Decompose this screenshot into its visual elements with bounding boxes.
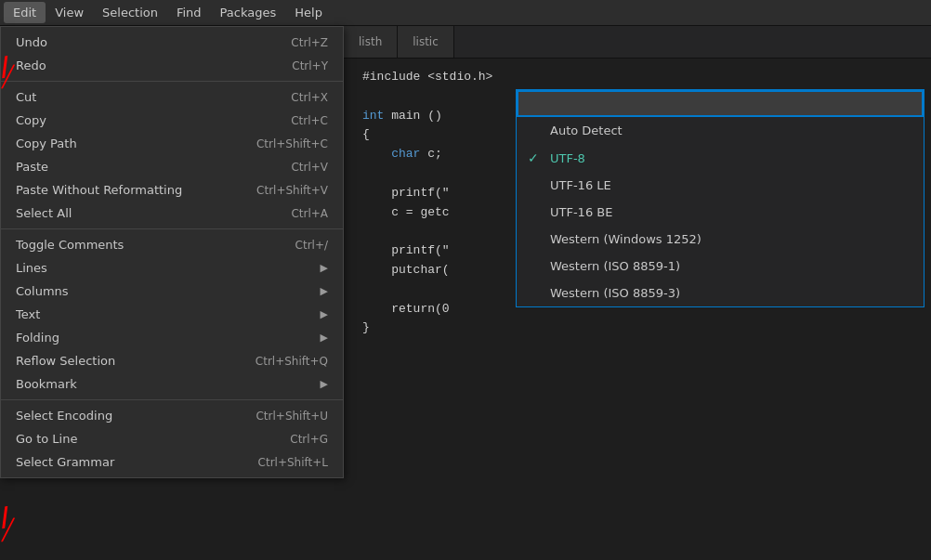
encoding-item-western-iso8859-1[interactable]: Western (ISO 8859-1) xyxy=(517,253,924,280)
menu-item-label: Toggle Comments xyxy=(16,238,124,252)
encoding-label: Western (ISO 8859-1) xyxy=(550,259,680,273)
menu-item-label: Redo xyxy=(16,59,46,72)
submenu-arrow-icon: ▶ xyxy=(321,308,328,320)
menu-item-toggle-comments[interactable]: Toggle Comments Ctrl+/ xyxy=(1,233,343,256)
encoding-item-utf8[interactable]: ✓ UTF-8 xyxy=(517,144,924,172)
menu-item-label: Cut xyxy=(16,90,36,104)
menu-item-bookmark[interactable]: Bookmark ▶ xyxy=(1,372,343,396)
code-line: #include <stdio.h> xyxy=(362,68,912,87)
check-icon: ✓ xyxy=(528,150,541,165)
menu-find[interactable]: Find xyxy=(167,2,211,23)
menu-item-undo[interactable]: Undo Ctrl+Z xyxy=(1,31,343,54)
menu-item-shortcut: Ctrl+G xyxy=(290,433,328,446)
menu-item-label: Text xyxy=(16,307,40,321)
encoding-label: UTF-16 LE xyxy=(550,178,611,192)
encoding-item-auto-detect[interactable]: Auto Detect xyxy=(517,117,924,144)
no-check-icon xyxy=(528,286,541,300)
menu-item-shortcut: Ctrl+A xyxy=(291,207,328,220)
menu-separator xyxy=(1,81,343,82)
tab-listic[interactable]: listic xyxy=(398,26,454,58)
menu-item-label: Go to Line xyxy=(16,432,77,446)
menu-item-label: Bookmark xyxy=(16,377,77,391)
edit-menu: Undo Ctrl+Z Redo Ctrl+Y Cut Ctrl+X Copy … xyxy=(0,26,344,478)
encoding-dropdown: Auto Detect ✓ UTF-8 UTF-16 LE UTF-16 BE … xyxy=(516,89,924,307)
menu-item-go-to-line[interactable]: Go to Line Ctrl+G xyxy=(1,427,343,450)
menu-selection[interactable]: Selection xyxy=(93,2,167,23)
menu-item-label: Select Grammar xyxy=(16,455,114,469)
no-check-icon xyxy=(528,124,541,137)
tab-bar: listh listic xyxy=(344,26,931,59)
menu-item-shortcut: Ctrl+Shift+U xyxy=(256,410,328,423)
menu-item-shortcut: Ctrl+Shift+Q xyxy=(256,355,328,368)
menu-item-cut[interactable]: Cut Ctrl+X xyxy=(1,85,343,109)
encoding-label: UTF-16 BE xyxy=(550,205,612,219)
menu-item-shortcut: Ctrl+Shift+L xyxy=(258,456,328,469)
menu-item-label: Copy xyxy=(16,113,46,127)
encoding-item-utf16le[interactable]: UTF-16 LE xyxy=(517,172,924,199)
menu-item-shortcut: Ctrl+V xyxy=(291,161,328,174)
menu-item-reflow-selection[interactable]: Reflow Selection Ctrl+Shift+Q xyxy=(1,349,343,372)
menu-item-select-all[interactable]: Select All Ctrl+A xyxy=(1,202,343,225)
menu-item-shortcut: Ctrl+Shift+V xyxy=(256,184,328,197)
no-check-icon xyxy=(528,178,541,192)
no-check-icon xyxy=(528,259,541,273)
menu-item-label: Lines xyxy=(16,261,47,275)
menu-item-shortcut: Ctrl+C xyxy=(291,114,328,127)
code-line: } xyxy=(362,319,912,338)
encoding-item-utf16be[interactable]: UTF-16 BE xyxy=(517,199,924,226)
menu-item-shortcut: Ctrl+Y xyxy=(292,59,328,72)
encoding-label: Western (ISO 8859-3) xyxy=(550,286,680,300)
encoding-list: Auto Detect ✓ UTF-8 UTF-16 LE UTF-16 BE … xyxy=(517,117,924,306)
menu-item-shortcut: Ctrl+/ xyxy=(295,239,328,252)
menu-item-copy-path[interactable]: Copy Path Ctrl+Shift+C xyxy=(1,132,343,155)
submenu-arrow-icon: ▶ xyxy=(321,285,328,297)
menu-item-paste[interactable]: Paste Ctrl+V xyxy=(1,155,343,178)
encoding-search-input[interactable] xyxy=(517,90,924,117)
menu-item-label: Copy Path xyxy=(16,137,77,150)
menu-item-label: Folding xyxy=(16,331,59,345)
menu-item-redo[interactable]: Redo Ctrl+Y xyxy=(1,54,343,77)
menu-item-shortcut: Ctrl+Z xyxy=(291,36,328,49)
encoding-label: Auto Detect xyxy=(550,124,623,137)
encoding-item-western-win1252[interactable]: Western (Windows 1252) xyxy=(517,226,924,253)
menu-item-label: Select All xyxy=(16,206,72,220)
no-check-icon xyxy=(528,205,541,219)
menu-separator xyxy=(1,228,343,229)
menu-packages[interactable]: Packages xyxy=(211,2,286,23)
tab-listh[interactable]: listh xyxy=(344,26,398,58)
menu-item-label: Reflow Selection xyxy=(16,354,115,368)
menu-help[interactable]: Help xyxy=(285,2,332,23)
menu-view[interactable]: View xyxy=(46,2,93,23)
menu-item-shortcut: Ctrl+X xyxy=(291,91,328,104)
no-check-icon xyxy=(528,232,541,246)
submenu-arrow-icon: ▶ xyxy=(321,262,328,274)
menubar: Edit View Selection Find Packages Help xyxy=(0,0,931,26)
menu-item-label: Select Encoding xyxy=(16,409,112,423)
menu-item-text[interactable]: Text ▶ xyxy=(1,303,343,326)
menu-separator xyxy=(1,399,343,400)
submenu-arrow-icon: ▶ xyxy=(321,378,328,390)
menu-item-label: Columns xyxy=(16,284,69,298)
submenu-arrow-icon: ▶ xyxy=(321,332,328,344)
menu-item-select-grammar[interactable]: Select Grammar Ctrl+Shift+L xyxy=(1,450,343,474)
menu-item-label: Paste xyxy=(16,160,48,174)
encoding-item-western-iso8859-3[interactable]: Western (ISO 8859-3) xyxy=(517,280,924,306)
encoding-label: UTF-8 xyxy=(550,151,585,165)
menu-edit[interactable]: Edit xyxy=(4,2,46,23)
menu-item-copy[interactable]: Copy Ctrl+C xyxy=(1,109,343,132)
menu-item-label: Undo xyxy=(16,35,47,49)
menu-item-columns[interactable]: Columns ▶ xyxy=(1,280,343,303)
menu-item-label: Paste Without Reformatting xyxy=(16,183,182,197)
menu-item-select-encoding[interactable]: Select Encoding Ctrl+Shift+U xyxy=(1,404,343,427)
menu-item-paste-without-reformatting[interactable]: Paste Without Reformatting Ctrl+Shift+V xyxy=(1,178,343,202)
menu-item-folding[interactable]: Folding ▶ xyxy=(1,326,343,349)
menu-item-lines[interactable]: Lines ▶ xyxy=(1,256,343,280)
menu-item-shortcut: Ctrl+Shift+C xyxy=(256,137,328,150)
encoding-label: Western (Windows 1252) xyxy=(550,232,702,246)
